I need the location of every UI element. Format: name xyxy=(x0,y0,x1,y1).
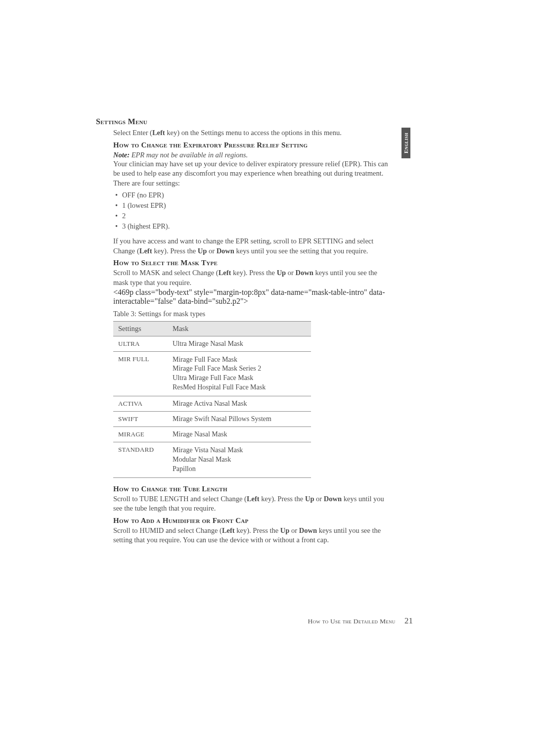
text-fragment: key). Press the xyxy=(260,495,305,503)
setting-cell: STANDARD xyxy=(113,442,168,478)
key-left: Left xyxy=(247,495,260,503)
bullet-item: 1 (lowest EPR) xyxy=(113,200,389,211)
mask-line: ResMed Hospital Full Face Mask xyxy=(173,383,306,392)
key-up: Up xyxy=(280,526,290,534)
key-left: Left xyxy=(139,247,152,255)
text-fragment: keys until you see the setting that you … xyxy=(234,247,368,255)
text-fragment: or xyxy=(289,526,299,534)
mask-line: Mirage Vista Nasal Mask xyxy=(173,446,306,455)
text-fragment: Scroll to HUMID and select Change ( xyxy=(113,526,222,534)
text-fragment: or xyxy=(314,495,323,503)
text-fragment: Scroll to MASK and select Change ( xyxy=(113,269,219,277)
mask-settings-table: Settings Mask ULTRAUltra Mirage Nasal Ma… xyxy=(113,321,311,478)
humid-instructions: Scroll to HUMID and select Change (Left … xyxy=(113,526,389,545)
key-down: Down xyxy=(299,526,317,534)
section-heading: Settings Menu xyxy=(96,117,389,126)
mask-instructions: Scroll to MASK and select Change (Left k… xyxy=(113,268,389,287)
page-content: Settings Menu Select Enter (Left key) on… xyxy=(0,117,534,545)
note-label: Note: xyxy=(113,151,130,159)
table-row: SWIFTMirage Swift Nasal Pillows System xyxy=(113,412,311,427)
subheading-mask: How to Select the Mask Type xyxy=(113,259,389,267)
key-left: Left xyxy=(219,269,231,277)
table-row: MIR FULLMirage Full Face MaskMirage Full… xyxy=(113,351,311,396)
indented-content: Select Enter (Left key) on the Settings … xyxy=(96,128,389,545)
key-down: Down xyxy=(324,495,342,503)
bullet-item: OFF (no EPR) xyxy=(113,190,389,200)
page-footer: How to Use the Detailed Menu 21 xyxy=(308,616,413,626)
bullet-item: 2 xyxy=(113,211,389,221)
text-fragment: key). Press the xyxy=(152,247,198,255)
table-row: ACTIVAMirage Activa Nasal Mask xyxy=(113,396,311,412)
mask-line: Modular Nasal Mask xyxy=(173,455,306,465)
note-body: EPR may not be available in all regions. xyxy=(130,151,248,159)
table-header-mask: Mask xyxy=(168,321,311,336)
text-fragment: Scroll to TUBE LENGTH and select Change … xyxy=(113,495,247,503)
epr-body: Your clinician may have set up your devi… xyxy=(113,159,389,189)
table-row: MIRAGEMirage Nasal Mask xyxy=(113,427,311,442)
key-up: Up xyxy=(198,247,207,255)
language-tab: English xyxy=(401,128,410,158)
subheading-humid: How to Add a Humidifier or Front Cap xyxy=(113,517,389,525)
key-down: Down xyxy=(296,269,313,277)
text-fragment: key). Press the xyxy=(231,269,276,277)
subheading-epr: How to Change the Expiratory Pressure Re… xyxy=(113,141,389,149)
key-up: Up xyxy=(277,269,286,277)
key-down: Down xyxy=(217,247,234,255)
table-header-settings: Settings xyxy=(113,321,168,336)
mask-line: Papillon xyxy=(173,465,306,474)
subheading-tube: How to Change the Tube Length xyxy=(113,485,389,493)
footer-section-title: How to Use the Detailed Menu xyxy=(308,617,396,625)
text-fragment: key). Press the xyxy=(235,526,280,534)
setting-cell: MIRAGE xyxy=(113,427,168,442)
setting-cell: ACTIVA xyxy=(113,396,168,412)
page-number: 21 xyxy=(404,616,413,625)
key-up: Up xyxy=(305,495,314,503)
table-body: ULTRAUltra Mirage Nasal MaskMIR FULLMira… xyxy=(113,336,311,477)
epr-instructions: If you have access and want to change th… xyxy=(113,236,389,256)
key-left: Left xyxy=(152,129,165,137)
tube-instructions: Scroll to TUBE LENGTH and select Change … xyxy=(113,494,389,514)
mask-cell: Ultra Mirage Nasal Mask xyxy=(168,336,311,351)
text-fragment: key) on the Settings menu to access the … xyxy=(165,129,342,137)
mask-cell: Mirage Vista Nasal MaskModular Nasal Mas… xyxy=(168,442,311,478)
mask-line: Ultra Mirage Full Face Mask xyxy=(173,374,306,383)
setting-cell: MIR FULL xyxy=(113,351,168,396)
mask-cell: Mirage Nasal Mask xyxy=(168,427,311,442)
text-fragment: Select Enter ( xyxy=(113,129,152,137)
mask-cell: Mirage Swift Nasal Pillows System xyxy=(168,412,311,427)
text-fragment: or xyxy=(286,269,295,277)
mask-cell: Mirage Activa Nasal Mask xyxy=(168,396,311,412)
text-fragment: or xyxy=(207,247,216,255)
setting-cell: SWIFT xyxy=(113,412,168,427)
intro-paragraph: Select Enter (Left key) on the Settings … xyxy=(113,128,389,138)
table-header-row: Settings Mask xyxy=(113,321,311,336)
mask-line: Mirage Full Face Mask Series 2 xyxy=(173,364,306,374)
key-left: Left xyxy=(222,526,235,534)
setting-cell: ULTRA xyxy=(113,336,168,351)
epr-note: Note: EPR may not be available in all re… xyxy=(113,150,389,159)
bullet-item: 3 (highest EPR). xyxy=(113,221,389,232)
table-row: STANDARDMirage Vista Nasal MaskModular N… xyxy=(113,442,311,478)
table-caption: Table 3: Settings for mask types xyxy=(113,310,389,318)
mask-line: Mirage Full Face Mask xyxy=(173,355,306,365)
epr-bullets: OFF (no EPR)1 (lowest EPR)23 (highest EP… xyxy=(113,190,389,232)
mask-cell: Mirage Full Face MaskMirage Full Face Ma… xyxy=(168,351,311,396)
table-row: ULTRAUltra Mirage Nasal Mask xyxy=(113,336,311,351)
